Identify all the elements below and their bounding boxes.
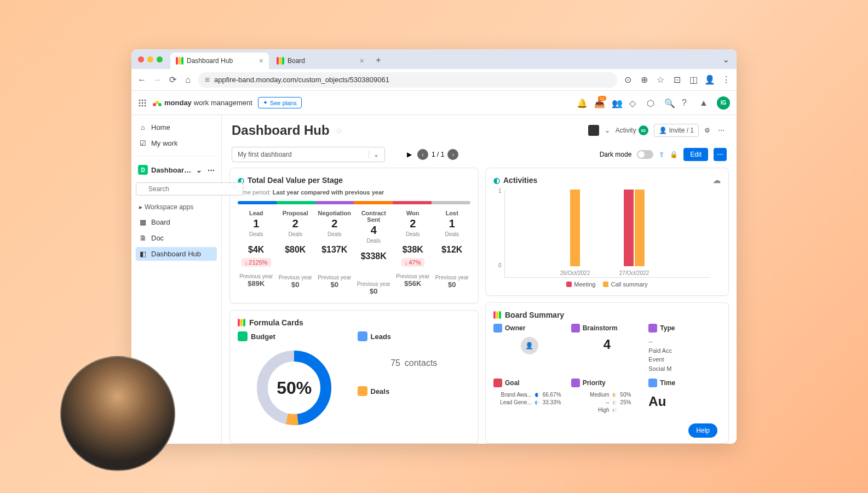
reload-button[interactable]: ⟳ (168, 75, 177, 85)
activity-label: Activity (616, 127, 636, 134)
product-name: monday (164, 99, 192, 107)
tab-close-icon[interactable]: × (360, 56, 364, 65)
stage-value: $12K (434, 245, 471, 255)
more-options-icon[interactable]: ⋯ (716, 124, 727, 136)
see-plans-button[interactable]: ✦ See plans (258, 97, 302, 108)
profile-icon[interactable]: 👤 (705, 75, 715, 85)
sidebar-my-work[interactable]: ☑ My work (136, 136, 217, 150)
tab-menu-icon[interactable]: ⌄ (719, 53, 732, 66)
owner-label: Owner (505, 324, 525, 332)
site-info-icon[interactable]: ⊞ (205, 76, 210, 83)
sidebar-home[interactable]: ⌂ Home (136, 121, 217, 134)
app-icon[interactable] (588, 125, 599, 136)
chevron-down-icon[interactable]: ⌄ (605, 127, 610, 134)
tab-title: Board (288, 57, 305, 65)
sidebar-search-input[interactable] (136, 182, 243, 196)
maximize-window-icon[interactable] (157, 56, 163, 62)
automation-icon[interactable]: ▲ (699, 98, 709, 108)
prev-year-label: Previous year (434, 274, 471, 280)
share-icon[interactable]: ⇪ (659, 151, 664, 158)
home-button[interactable]: ⌂ (183, 75, 193, 85)
stage-name: Contract Sent (355, 210, 393, 223)
workspace-selector[interactable]: D Dashboard Hub ... ⌄ ⋯ (136, 162, 217, 178)
stage-value: $137K (316, 245, 353, 255)
browser-tab-active[interactable]: Dashboard Hub × (170, 53, 269, 69)
user-avatar[interactable]: IG (717, 96, 730, 110)
brainstorm-badge-icon (571, 324, 580, 333)
menu-icon[interactable]: ⋮ (721, 75, 731, 85)
dashboard-grid: ◐ Total Deal Value per Stage Time period… (222, 168, 737, 444)
sidebar-item-doc[interactable]: 🗎 Doc (136, 231, 217, 245)
sidebar-item-board[interactable]: ▦ Board (136, 215, 217, 229)
cloud-download-icon[interactable]: ☁ (713, 176, 721, 185)
apps-grid-icon[interactable] (138, 99, 147, 107)
side-panel-icon[interactable]: ◫ (688, 75, 698, 85)
invite-label: Invite / 1 (669, 127, 694, 134)
bar-pct: 66.67% (543, 392, 566, 398)
activity-button[interactable]: Activity IG (616, 125, 648, 135)
inbox-icon[interactable]: 📥11 (594, 98, 604, 108)
close-window-icon[interactable] (138, 56, 144, 62)
legend-swatch-icon (603, 282, 608, 287)
stage-value: $80K (277, 245, 314, 255)
marketplace-icon[interactable]: ⬡ (647, 98, 657, 108)
card-title-text: Formula Cards (249, 318, 303, 327)
caret-right-icon: ▸ (139, 203, 142, 211)
lock-icon[interactable]: 🔒 (670, 151, 678, 158)
bar-track (613, 393, 617, 397)
invite-members-icon[interactable]: 👥 (612, 98, 622, 108)
url-field[interactable]: ⊞ appfire-band.monday.com/custom_objects… (198, 72, 617, 88)
widget-icon: ◧ (139, 250, 147, 258)
edit-button[interactable]: Edit (683, 148, 708, 161)
type-cell: Type --Paid AccEventSocial M (648, 324, 721, 373)
browser-tab[interactable]: Board × (271, 53, 370, 69)
brainstorm-cell: Brainstorm 4 (571, 324, 643, 373)
workspace-menu-icon[interactable]: ⋯ (208, 166, 215, 174)
play-button[interactable]: ▶ (407, 151, 412, 158)
workspace-name: Dashboard Hub ... (151, 166, 193, 174)
monday-logo[interactable]: monday work management (152, 98, 252, 108)
favorite-star-icon[interactable]: ☆ (335, 125, 343, 136)
notifications-icon[interactable]: 🔔 (577, 98, 587, 108)
workspace-badge-icon: D (138, 165, 148, 175)
search-icon[interactable]: 🔍 (664, 98, 674, 108)
next-page-button[interactable]: › (447, 149, 458, 160)
deals-label: Deals (371, 387, 390, 395)
invite-button[interactable]: 👤 Invite / 1 (654, 124, 699, 137)
stage-value: $38K (394, 245, 432, 255)
workspace-apps-section[interactable]: ▸ Workspace apps (136, 201, 217, 213)
bar-label: High (571, 407, 610, 413)
deals-badge-icon (358, 386, 367, 396)
more-button[interactable]: ⋯ (714, 148, 727, 161)
dark-mode-toggle[interactable] (637, 150, 653, 159)
back-button[interactable]: ← (137, 75, 147, 85)
legend-swatch-icon (566, 282, 572, 287)
password-icon[interactable]: ⊙ (623, 75, 633, 85)
zoom-icon[interactable]: ⊕ (639, 75, 649, 85)
monday-logo-icon (152, 98, 162, 108)
stage-column: Contract Sent 4 Deals $338K Previous yea… (355, 210, 393, 295)
prev-page-button[interactable]: ‹ (417, 149, 428, 160)
chart-bar (635, 190, 645, 266)
apps-icon[interactable]: ◇ (629, 98, 639, 108)
sidebar-item-dashboard-hub[interactable]: ◧ Dashboard Hub (136, 247, 217, 261)
svg-point-6 (139, 105, 141, 106)
svg-point-8 (145, 105, 146, 106)
owner-avatar-icon: 👤 (521, 337, 538, 354)
stage-column: Lost 1 Deals $12K Previous year $0 (434, 210, 471, 295)
dashboard-selector[interactable]: My first dashboard ⌄ (232, 147, 385, 162)
tab-close-icon[interactable]: × (259, 56, 263, 65)
svg-point-11 (158, 103, 162, 106)
settings-icon[interactable]: ⚙ (704, 127, 710, 134)
minimize-window-icon[interactable] (147, 56, 153, 62)
bookmark-icon[interactable]: ☆ (656, 75, 665, 85)
stage-name: Lost (434, 210, 471, 216)
priority-label: Priority (583, 379, 606, 387)
new-tab-button[interactable]: + (372, 54, 385, 67)
help-button[interactable]: Help (688, 423, 717, 438)
help-icon[interactable]: ? (682, 98, 692, 108)
browser-window: Dashboard Hub × Board × + ⌄ ← → ⟳ ⌂ ⊞ ap… (131, 49, 737, 444)
forward-button[interactable]: → (152, 75, 162, 85)
extensions-icon[interactable]: ⊡ (672, 75, 682, 85)
stages-grid: Lead 1 Deals $4K ↓ 2125% Previous year $… (238, 210, 470, 295)
